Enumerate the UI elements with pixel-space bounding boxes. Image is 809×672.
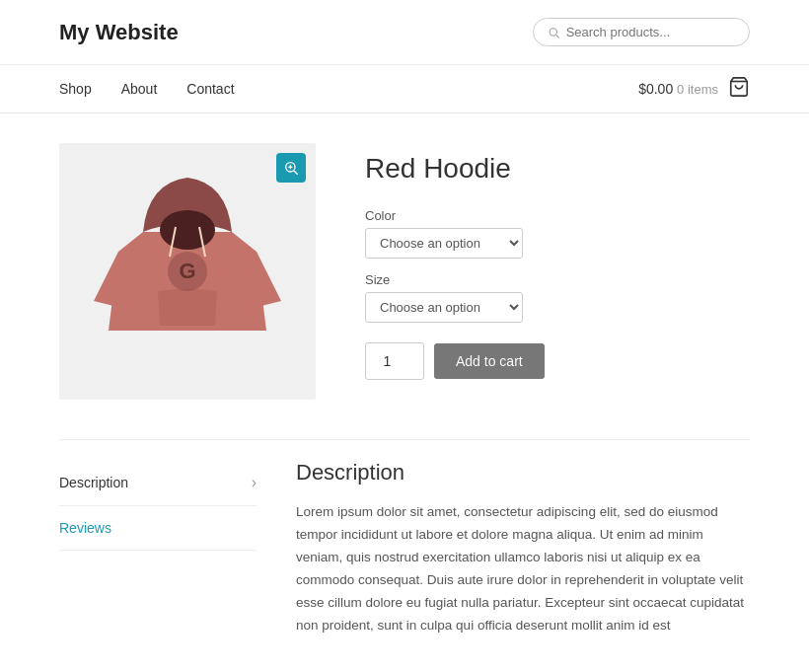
search-icon (548, 26, 560, 39)
size-option-group: Size Choose an option S M L XL (365, 272, 750, 323)
nav-contact[interactable]: Contact (186, 65, 234, 112)
size-label: Size (365, 272, 750, 287)
color-select[interactable]: Choose an option Red Blue Black (365, 228, 523, 259)
description-text: Lorem ipsum dolor sit amet, consectetur … (296, 501, 750, 637)
cart-total: $0.00 0 items (638, 81, 718, 97)
cart-area: $0.00 0 items (638, 76, 750, 103)
tab-content: Description Lorem ipsum dolor sit amet, … (296, 460, 750, 637)
tabs-sidebar: Description › Reviews (59, 460, 257, 637)
site-header: My Website (0, 0, 809, 65)
tab-description-arrow: › (252, 474, 257, 491)
size-select[interactable]: Choose an option S M L XL (365, 292, 523, 323)
product-title: Red Hoodie (365, 153, 750, 185)
svg-line-9 (294, 171, 298, 175)
zoom-icon (283, 160, 299, 176)
product-image: G (89, 153, 286, 390)
svg-text:G: G (179, 259, 195, 283)
svg-point-3 (160, 210, 215, 250)
add-to-cart-row: Add to cart (365, 342, 750, 380)
search-bar[interactable] (533, 18, 750, 46)
search-input[interactable] (566, 25, 735, 39)
svg-line-1 (556, 35, 559, 37)
main-content: G Red Hoodie Color Choose an option Red (0, 113, 809, 667)
quantity-input[interactable] (365, 342, 424, 380)
cart-icon[interactable] (728, 76, 750, 103)
add-to-cart-button[interactable]: Add to cart (434, 343, 545, 379)
main-nav: Shop About Contact $0.00 0 items (0, 65, 809, 113)
zoom-button[interactable] (276, 153, 306, 183)
color-label: Color (365, 208, 750, 223)
color-option-group: Color Choose an option Red Blue Black (365, 208, 750, 259)
product-details: Red Hoodie Color Choose an option Red Bl… (365, 143, 750, 380)
nav-shop[interactable]: Shop (59, 65, 92, 112)
tab-reviews[interactable]: Reviews (59, 506, 257, 551)
site-title: My Website (59, 20, 179, 45)
product-area: G Red Hoodie Color Choose an option Red (59, 143, 750, 400)
tab-description[interactable]: Description › (59, 460, 257, 506)
nav-about[interactable]: About (121, 65, 158, 112)
description-title: Description (296, 460, 750, 485)
nav-links: Shop About Contact (59, 65, 235, 112)
cart-count: 0 items (677, 82, 718, 97)
svg-point-0 (550, 28, 556, 35)
product-image-wrap: G (59, 143, 316, 400)
product-tabs-area: Description › Reviews Description Lorem … (59, 439, 750, 637)
